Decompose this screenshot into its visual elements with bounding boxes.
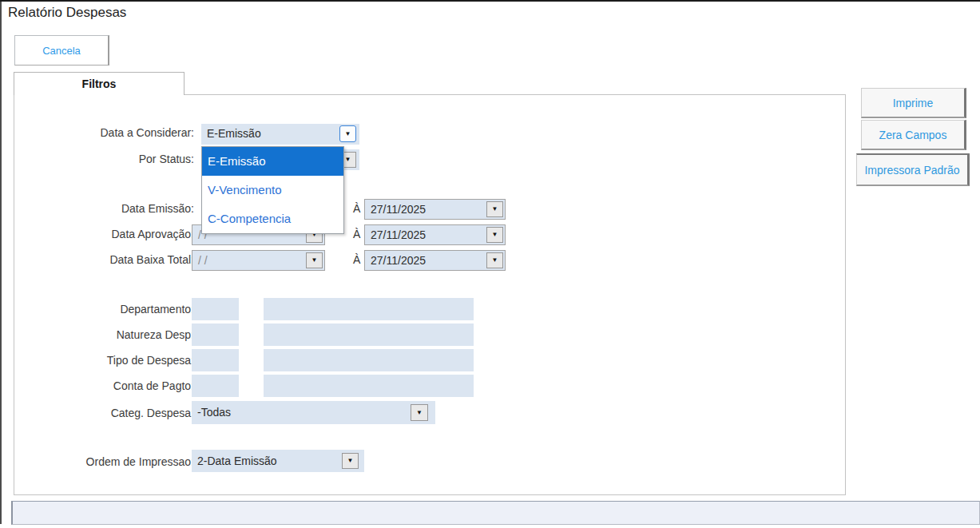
data-baixa-total-ate-label: À (353, 253, 360, 266)
data-a-considerar-value: E-Emissão (207, 124, 261, 144)
page-title: Relatório Despesas (8, 5, 126, 21)
data-baixa-total-to-value: 27/11/2025 (371, 251, 426, 271)
tipo-despesa-code-field[interactable] (192, 349, 239, 371)
tipo-despesa-label: Tipo de Despesa: (107, 354, 194, 367)
tab-filtros[interactable]: Filtros (14, 72, 184, 95)
relatorio-despesas-window: Relatório Despesas Cancela Filtros Data … (0, 0, 980, 528)
status-bar (11, 501, 980, 525)
dropdown-option-v-vencimento[interactable]: V-Vencimento (202, 176, 343, 204)
chevron-down-icon[interactable]: ▼ (339, 125, 356, 142)
chevron-down-icon[interactable]: ▼ (411, 404, 428, 421)
data-aprovacao-to-value: 27/11/2025 (371, 225, 426, 245)
data-aprovacao-ate-label: À (353, 228, 360, 240)
data-baixa-total-from-combobox[interactable]: / / ▼ (192, 250, 325, 271)
imprime-button[interactable]: Imprime (861, 88, 966, 118)
cancela-button[interactable]: Cancela (14, 35, 109, 66)
data-emissao-to-value: 27/11/2025 (371, 200, 426, 220)
dropdown-option-e-emissao[interactable]: E-Emissão (202, 147, 343, 176)
natureza-desp-code-field[interactable] (192, 324, 239, 346)
data-baixa-total-label: Data Baixa Total: (109, 253, 194, 266)
ordem-impressao-value: 2-Data Emissão (197, 450, 277, 472)
departamento-label: Departamento: (120, 303, 194, 316)
natureza-desp-label: Natureza Desp: (117, 328, 194, 341)
conta-pagto-code-field[interactable] (192, 375, 239, 397)
chevron-down-icon[interactable]: ▼ (486, 227, 503, 243)
departamento-descr-field[interactable] (264, 298, 474, 320)
ordem-impressao-label: Ordem de Impressao: (86, 455, 194, 468)
data-aprovacao-label: Data Aprovação: (111, 228, 194, 240)
data-baixa-total-to-combobox[interactable]: 27/11/2025 ▼ (364, 250, 506, 271)
window-top-border (0, 0, 980, 2)
conta-pagto-label: Conta de Pagto: (113, 379, 194, 392)
data-emissao-ate-label: À (353, 202, 360, 215)
chevron-down-icon[interactable]: ▼ (306, 252, 323, 268)
data-aprovacao-to-combobox[interactable]: 27/11/2025 ▼ (364, 224, 506, 245)
tipo-despesa-descr-field[interactable] (264, 349, 474, 371)
impressora-padrao-button[interactable]: Impressora Padrão (856, 153, 970, 186)
por-status-label: Por Status: (139, 153, 194, 165)
chevron-down-icon[interactable]: ▼ (486, 201, 503, 217)
data-emissao-to-combobox[interactable]: 27/11/2025 ▼ (364, 199, 506, 220)
data-emissao-label: Data Emissão: (121, 202, 194, 215)
categ-despesa-combobox[interactable]: -Todas ▼ (192, 401, 435, 424)
data-a-considerar-label: Data a Considerar: (100, 126, 194, 139)
data-baixa-total-from-value: / / (198, 251, 208, 271)
zera-campos-button[interactable]: Zera Campos (861, 120, 966, 150)
data-a-considerar-dropdown-list: E-Emissão V-Vencimento C-Competencia (201, 146, 344, 234)
ordem-impressao-combobox[interactable]: 2-Data Emissão ▼ (192, 450, 364, 472)
conta-pagto-descr-field[interactable] (264, 375, 474, 397)
categ-despesa-value: -Todas (197, 401, 231, 424)
natureza-desp-descr-field[interactable] (264, 324, 474, 346)
categ-despesa-label: Categ. Despesa: (111, 407, 194, 419)
window-left-border (0, 2, 2, 524)
chevron-down-icon[interactable]: ▼ (486, 252, 503, 268)
data-a-considerar-combobox[interactable]: E-Emissão ▼ (201, 124, 359, 145)
dropdown-option-c-competencia[interactable]: C-Competencia (202, 204, 343, 233)
departamento-code-field[interactable] (192, 298, 239, 320)
chevron-down-icon[interactable]: ▼ (342, 453, 359, 469)
